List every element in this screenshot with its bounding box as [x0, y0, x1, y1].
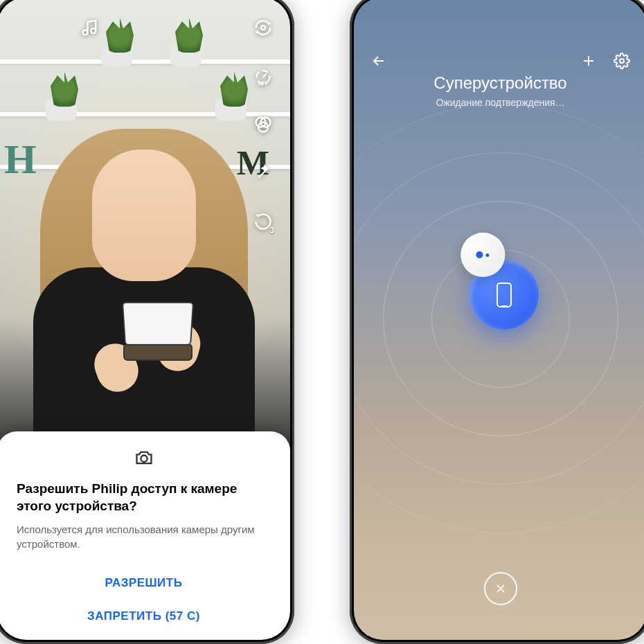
camera-icon — [134, 448, 154, 467]
deny-button[interactable]: ЗАПРЕТИТЬ (57 С) — [17, 600, 271, 633]
svg-point-8 — [141, 455, 147, 461]
music-icon[interactable] — [80, 18, 100, 37]
timer-off-icon[interactable]: OFF — [253, 66, 273, 86]
beauty-wand-icon[interactable] — [253, 163, 273, 183]
svg-point-9 — [620, 59, 624, 63]
device-orb-secondary[interactable] — [460, 233, 505, 277]
filter-icon[interactable] — [253, 115, 273, 134]
phone-device-icon — [497, 283, 512, 307]
right-phone-frame: Суперустройство Ожидание подтверждения… — [350, 0, 644, 644]
permission-description: Используется для использования камеры др… — [17, 522, 271, 551]
camera-screen: H M OFF — [0, 0, 290, 640]
page-title: Суперустройство — [354, 73, 644, 93]
close-button[interactable] — [484, 572, 517, 605]
svg-text:OFF: OFF — [258, 81, 268, 86]
close-icon — [494, 582, 508, 596]
svg-point-1 — [91, 28, 96, 33]
permission-title: Разрешить Philip доступ к камере этого у… — [17, 480, 271, 515]
superdevice-screen: Суперустройство Ожидание подтверждения… — [354, 0, 644, 640]
settings-icon[interactable] — [614, 53, 630, 69]
svg-point-0 — [83, 30, 88, 35]
back-icon[interactable] — [370, 53, 387, 69]
add-icon[interactable] — [580, 53, 597, 69]
timer-3s-label: 3 — [269, 226, 274, 235]
camera-switch-icon[interactable] — [253, 18, 273, 37]
permission-dialog: Разрешить Philip доступ к камере этого у… — [0, 431, 290, 640]
page-subtitle: Ожидание подтверждения… — [354, 97, 644, 108]
left-phone-frame: H M OFF — [0, 0, 294, 644]
allow-button[interactable]: РАЗРЕШИТЬ — [17, 566, 271, 600]
svg-point-2 — [261, 26, 265, 30]
